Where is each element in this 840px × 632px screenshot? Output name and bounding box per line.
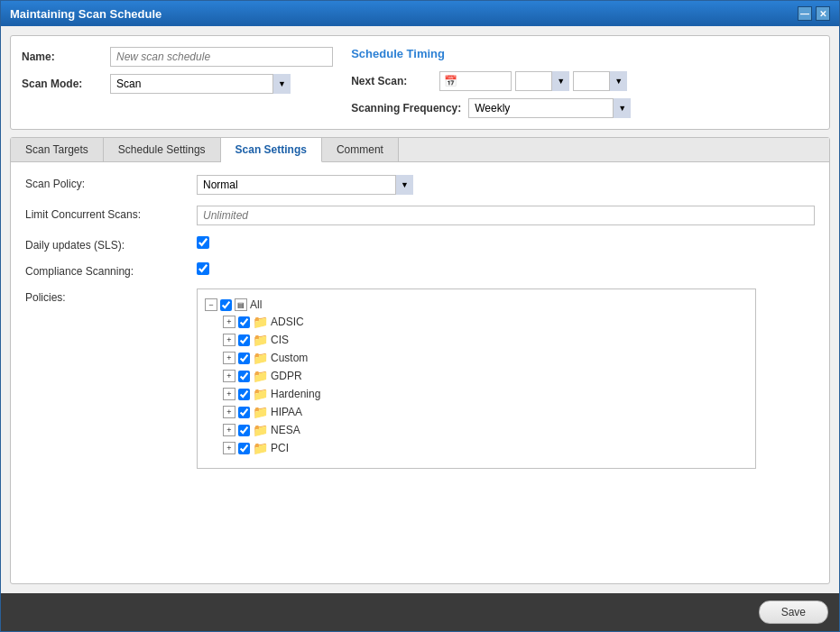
tab-comment[interactable]: Comment — [322, 138, 399, 161]
footer: Save — [1, 593, 839, 631]
right-form: Schedule Timing Next Scan: 📅 ▼ — [351, 47, 818, 118]
scan-policy-select[interactable]: Normal High Low Custom — [197, 175, 413, 195]
scan-policy-row: Scan Policy: Normal High Low Custom ▼ — [25, 175, 815, 195]
tree-checkbox-hardening[interactable] — [238, 389, 250, 400]
tree-node-adsic: + 📁 ADSIC — [223, 313, 748, 331]
policies-control: − ▤ All + 📁 ADSIC — [197, 289, 815, 469]
policies-tree: − ▤ All + 📁 ADSIC — [197, 289, 756, 469]
tree-expand-adsic[interactable]: + — [223, 316, 235, 328]
limit-concurrent-label: Limit Concurrent Scans: — [25, 206, 188, 221]
close-button[interactable]: ✕ — [816, 6, 830, 21]
frequency-select[interactable]: Once Daily Weekly Monthly — [468, 98, 631, 118]
tab-scan-settings[interactable]: Scan Settings — [221, 138, 322, 162]
tree-expand-hipaa[interactable]: + — [223, 406, 235, 418]
calendar-icon: 📅 — [444, 75, 457, 87]
minimize-button[interactable]: — — [798, 6, 812, 21]
tree-node-custom: + 📁 Custom — [223, 349, 748, 367]
tree-label-pci: PCI — [271, 442, 289, 454]
tree-node-gdpr: + 📁 GDPR — [223, 367, 748, 385]
folder-icon-adsic: 📁 — [253, 315, 268, 329]
tabs-header: Scan Targets Schedule Settings Scan Sett… — [11, 138, 829, 162]
tree-checkbox-cis[interactable] — [238, 334, 250, 346]
tree-node-pci: + 📁 PCI — [223, 439, 748, 457]
tree-label-custom: Custom — [271, 352, 308, 364]
time-hour-wrapper: ▼ — [515, 71, 569, 91]
next-scan-label: Next Scan: — [351, 75, 432, 87]
folder-icon-pci: 📁 — [253, 441, 268, 455]
compliance-scanning-checkbox[interactable] — [197, 262, 209, 275]
tree-label-cis: CIS — [271, 334, 289, 346]
compliance-scanning-row: Compliance Scanning: — [25, 262, 815, 278]
tree-page-icon-all: ▤ — [235, 298, 247, 311]
window-title: Maintaining Scan Schedule — [10, 7, 162, 21]
time-minute-select[interactable] — [573, 71, 627, 91]
folder-icon-custom: 📁 — [253, 351, 268, 365]
folder-icon-cis: 📁 — [253, 333, 268, 347]
compliance-scanning-control — [197, 262, 815, 275]
tree-checkbox-pci[interactable] — [238, 443, 250, 454]
tree-checkbox-hipaa[interactable] — [238, 407, 250, 418]
tree-label-adsic: ADSIC — [271, 316, 304, 328]
folder-icon-nesa: 📁 — [253, 423, 268, 437]
daily-updates-control — [197, 236, 815, 249]
title-bar-controls: — ✕ — [798, 6, 830, 21]
tree-node-all: − ▤ All — [205, 297, 748, 313]
tree-checkbox-nesa[interactable] — [238, 425, 250, 436]
tree-expand-nesa[interactable]: + — [223, 424, 235, 436]
scan-policy-label: Scan Policy: — [25, 175, 188, 190]
scan-policy-control: Normal High Low Custom ▼ — [197, 175, 815, 195]
name-input[interactable] — [110, 47, 333, 67]
scan-mode-row: Scan Mode: Scan Discovery Assessment ▼ — [22, 74, 333, 94]
left-form: Name: Scan Mode: Scan Discovery Assessme… — [22, 47, 333, 118]
tree-node-cis: + 📁 CIS — [223, 331, 748, 349]
tabs-section: Scan Targets Schedule Settings Scan Sett… — [10, 137, 830, 584]
main-window: Maintaining Scan Schedule — ✕ Name: Scan… — [0, 0, 840, 632]
tree-checkbox-all[interactable] — [220, 299, 232, 311]
name-row: Name: — [22, 47, 333, 67]
limit-concurrent-control — [197, 206, 815, 225]
tab-schedule-settings[interactable]: Schedule Settings — [104, 138, 221, 161]
compliance-scanning-label: Compliance Scanning: — [25, 262, 188, 278]
policies-row: Policies: − ▤ All + — [25, 289, 815, 469]
title-bar: Maintaining Scan Schedule — ✕ — [1, 1, 839, 26]
limit-concurrent-input[interactable] — [197, 206, 815, 225]
next-scan-row: Next Scan: 📅 ▼ — [351, 71, 818, 91]
tree-node-nesa: + 📁 NESA — [223, 421, 748, 439]
date-picker[interactable]: 📅 — [439, 71, 512, 91]
time-hour-select[interactable] — [515, 71, 569, 91]
scan-mode-label: Scan Mode: — [22, 78, 103, 90]
save-button[interactable]: Save — [759, 600, 828, 624]
scan-mode-select-wrapper: Scan Discovery Assessment ▼ — [110, 74, 291, 94]
tree-expand-gdpr[interactable]: + — [223, 370, 235, 382]
limit-concurrent-row: Limit Concurrent Scans: — [25, 206, 815, 225]
tree-label-gdpr: GDPR — [271, 370, 302, 382]
daily-updates-checkbox[interactable] — [197, 236, 209, 249]
tree-expand-custom[interactable]: + — [223, 352, 235, 364]
tab-scan-targets[interactable]: Scan Targets — [11, 138, 104, 161]
tree-label-hipaa: HIPAA — [271, 406, 302, 418]
tree-checkbox-gdpr[interactable] — [238, 371, 250, 382]
schedule-timing-title: Schedule Timing — [351, 47, 818, 60]
tree-expand-cis[interactable]: + — [223, 334, 235, 346]
frequency-select-wrapper: Once Daily Weekly Monthly ▼ — [468, 98, 631, 118]
tree-checkbox-custom[interactable] — [238, 353, 250, 364]
scanning-frequency-label: Scanning Frequency: — [351, 102, 461, 114]
tree-label-all: All — [250, 298, 262, 311]
tree-expand-all[interactable]: − — [205, 298, 217, 311]
folder-icon-gdpr: 📁 — [253, 369, 268, 383]
tree-checkbox-adsic[interactable] — [238, 316, 250, 328]
scan-settings-content: Scan Policy: Normal High Low Custom ▼ — [11, 162, 829, 583]
tree-expand-pci[interactable]: + — [223, 442, 235, 454]
top-section: Name: Scan Mode: Scan Discovery Assessme… — [10, 35, 830, 130]
tree-expand-hardening[interactable]: + — [223, 388, 235, 400]
scan-policy-select-wrapper: Normal High Low Custom ▼ — [197, 175, 413, 195]
scan-mode-select[interactable]: Scan Discovery Assessment — [110, 74, 291, 94]
tree-node-hipaa: + 📁 HIPAA — [223, 403, 748, 421]
name-label: Name: — [22, 50, 103, 63]
tree-node-hardening: + 📁 Hardening — [223, 385, 748, 403]
scanning-frequency-row: Scanning Frequency: Once Daily Weekly Mo… — [351, 98, 818, 118]
daily-updates-label: Daily updates (SLS): — [25, 236, 188, 252]
folder-icon-hipaa: 📁 — [253, 405, 268, 419]
time-minute-wrapper: ▼ — [573, 71, 627, 91]
daily-updates-row: Daily updates (SLS): — [25, 236, 815, 252]
